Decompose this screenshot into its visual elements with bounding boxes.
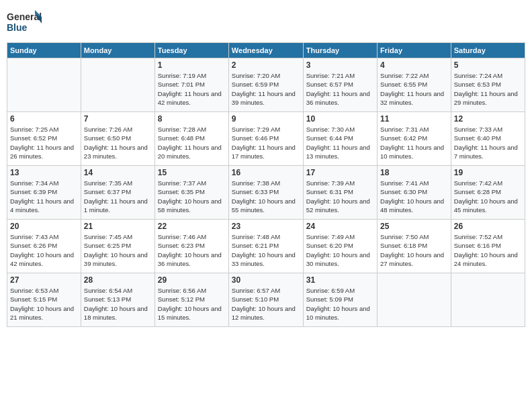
day-info: Sunrise: 7:37 AM Sunset: 6:35 PM Dayligh…: [158, 179, 226, 214]
weekday-header-tuesday: Tuesday: [154, 43, 228, 58]
day-number: 11: [380, 114, 448, 124]
day-info: Sunrise: 7:33 AM Sunset: 6:40 PM Dayligh…: [454, 125, 522, 161]
calendar-cell: 15Sunrise: 7:37 AM Sunset: 6:35 PM Dayli…: [154, 166, 228, 220]
day-info: Sunrise: 7:41 AM Sunset: 6:30 PM Dayligh…: [380, 179, 448, 214]
day-info: Sunrise: 7:29 AM Sunset: 6:46 PM Dayligh…: [232, 125, 300, 161]
calendar-cell: 8Sunrise: 7:28 AM Sunset: 6:48 PM Daylig…: [154, 112, 228, 166]
day-number: 3: [306, 60, 374, 70]
calendar-cell: [81, 58, 154, 112]
day-info: Sunrise: 6:54 AM Sunset: 5:13 PM Dayligh…: [84, 286, 152, 322]
calendar-cell: 26Sunrise: 7:52 AM Sunset: 6:16 PM Dayli…: [451, 220, 525, 273]
day-info: Sunrise: 7:43 AM Sunset: 6:26 PM Dayligh…: [10, 232, 78, 268]
calendar-cell: 20Sunrise: 7:43 AM Sunset: 6:26 PM Dayli…: [7, 220, 81, 273]
day-info: Sunrise: 7:22 AM Sunset: 6:55 PM Dayligh…: [380, 71, 448, 107]
calendar-cell: 9Sunrise: 7:29 AM Sunset: 6:46 PM Daylig…: [228, 112, 303, 166]
day-info: Sunrise: 7:52 AM Sunset: 6:16 PM Dayligh…: [454, 232, 522, 268]
calendar-cell: 30Sunrise: 6:57 AM Sunset: 5:10 PM Dayli…: [228, 273, 303, 327]
weekday-header: SundayMondayTuesdayWednesdayThursdayFrid…: [7, 43, 525, 58]
calendar-cell: 4Sunrise: 7:22 AM Sunset: 6:55 PM Daylig…: [378, 58, 451, 112]
day-info: Sunrise: 6:53 AM Sunset: 5:15 PM Dayligh…: [10, 286, 78, 322]
calendar-cell: 14Sunrise: 7:35 AM Sunset: 6:37 PM Dayli…: [81, 166, 154, 220]
day-number: 14: [84, 168, 152, 177]
weekday-header-wednesday: Wednesday: [228, 43, 303, 58]
day-number: 20: [10, 222, 78, 231]
day-number: 18: [380, 168, 448, 177]
calendar-cell: 3Sunrise: 7:21 AM Sunset: 6:57 PM Daylig…: [303, 58, 377, 112]
calendar-cell: 28Sunrise: 6:54 AM Sunset: 5:13 PM Dayli…: [81, 273, 154, 327]
day-info: Sunrise: 6:59 AM Sunset: 5:09 PM Dayligh…: [306, 286, 374, 322]
calendar-cell: [7, 58, 81, 112]
day-info: Sunrise: 7:26 AM Sunset: 6:50 PM Dayligh…: [84, 125, 152, 161]
day-number: 26: [454, 222, 522, 231]
day-number: 23: [232, 222, 300, 231]
calendar-week-1: 6Sunrise: 7:25 AM Sunset: 6:52 PM Daylig…: [7, 112, 525, 166]
day-info: Sunrise: 7:35 AM Sunset: 6:37 PM Dayligh…: [84, 179, 152, 214]
calendar-cell: 2Sunrise: 7:20 AM Sunset: 6:59 PM Daylig…: [228, 58, 303, 112]
calendar-cell: 22Sunrise: 7:46 AM Sunset: 6:23 PM Dayli…: [154, 220, 228, 273]
day-number: 31: [306, 275, 374, 285]
day-info: Sunrise: 7:25 AM Sunset: 6:52 PM Dayligh…: [10, 125, 78, 161]
day-number: 24: [306, 222, 374, 231]
weekday-header-thursday: Thursday: [303, 43, 377, 58]
weekday-header-friday: Friday: [378, 43, 451, 58]
calendar-week-2: 13Sunrise: 7:34 AM Sunset: 6:39 PM Dayli…: [7, 166, 525, 220]
day-number: 4: [380, 60, 448, 70]
calendar-cell: 19Sunrise: 7:42 AM Sunset: 6:28 PM Dayli…: [451, 166, 525, 220]
day-info: Sunrise: 7:31 AM Sunset: 6:42 PM Dayligh…: [380, 125, 448, 161]
calendar-cell: 17Sunrise: 7:39 AM Sunset: 6:31 PM Dayli…: [303, 166, 377, 220]
calendar-cell: 11Sunrise: 7:31 AM Sunset: 6:42 PM Dayli…: [378, 112, 451, 166]
day-number: 28: [84, 275, 152, 285]
day-info: Sunrise: 7:45 AM Sunset: 6:25 PM Dayligh…: [84, 232, 152, 268]
calendar-cell: 1Sunrise: 7:19 AM Sunset: 7:01 PM Daylig…: [154, 58, 228, 112]
day-number: 13: [10, 168, 78, 177]
day-info: Sunrise: 7:42 AM Sunset: 6:28 PM Dayligh…: [454, 179, 522, 214]
day-number: 12: [454, 114, 522, 124]
day-number: 6: [10, 114, 78, 124]
day-info: Sunrise: 7:49 AM Sunset: 6:20 PM Dayligh…: [306, 232, 374, 268]
day-number: 17: [306, 168, 374, 177]
day-info: Sunrise: 7:24 AM Sunset: 6:53 PM Dayligh…: [454, 71, 522, 107]
day-info: Sunrise: 7:34 AM Sunset: 6:39 PM Dayligh…: [10, 179, 78, 214]
day-number: 8: [158, 114, 226, 124]
calendar-cell: 5Sunrise: 7:24 AM Sunset: 6:53 PM Daylig…: [451, 58, 525, 112]
day-number: 1: [158, 60, 226, 70]
day-number: 25: [380, 222, 448, 231]
calendar-table: SundayMondayTuesdayWednesdayThursdayFrid…: [7, 42, 525, 327]
day-info: Sunrise: 7:21 AM Sunset: 6:57 PM Dayligh…: [306, 71, 374, 107]
page-header: GeneralBlue: [7, 7, 525, 37]
day-info: Sunrise: 7:46 AM Sunset: 6:23 PM Dayligh…: [158, 232, 226, 268]
day-info: Sunrise: 7:19 AM Sunset: 7:01 PM Dayligh…: [158, 71, 226, 107]
day-number: 19: [454, 168, 522, 177]
day-number: 10: [306, 114, 374, 124]
day-info: Sunrise: 7:50 AM Sunset: 6:18 PM Dayligh…: [380, 232, 448, 268]
calendar-cell: [451, 273, 525, 327]
calendar-body: 1Sunrise: 7:19 AM Sunset: 7:01 PM Daylig…: [7, 58, 525, 327]
day-info: Sunrise: 6:56 AM Sunset: 5:12 PM Dayligh…: [158, 286, 226, 322]
calendar-cell: 12Sunrise: 7:33 AM Sunset: 6:40 PM Dayli…: [451, 112, 525, 166]
calendar-cell: 13Sunrise: 7:34 AM Sunset: 6:39 PM Dayli…: [7, 166, 81, 220]
day-number: 7: [84, 114, 152, 124]
day-number: 21: [84, 222, 152, 231]
weekday-header-sunday: Sunday: [7, 43, 81, 58]
calendar-cell: 29Sunrise: 6:56 AM Sunset: 5:12 PM Dayli…: [154, 273, 228, 327]
calendar-cell: 27Sunrise: 6:53 AM Sunset: 5:15 PM Dayli…: [7, 273, 81, 327]
calendar-cell: 23Sunrise: 7:48 AM Sunset: 6:21 PM Dayli…: [228, 220, 303, 273]
calendar-cell: 24Sunrise: 7:49 AM Sunset: 6:20 PM Dayli…: [303, 220, 377, 273]
calendar-cell: 18Sunrise: 7:41 AM Sunset: 6:30 PM Dayli…: [378, 166, 451, 220]
day-info: Sunrise: 7:20 AM Sunset: 6:59 PM Dayligh…: [232, 71, 300, 107]
day-number: 9: [232, 114, 300, 124]
weekday-header-saturday: Saturday: [451, 43, 525, 58]
day-number: 29: [158, 275, 226, 285]
calendar-cell: [378, 273, 451, 327]
logo: GeneralBlue: [7, 7, 44, 37]
calendar-week-3: 20Sunrise: 7:43 AM Sunset: 6:26 PM Dayli…: [7, 220, 525, 273]
day-number: 5: [454, 60, 522, 70]
day-number: 2: [232, 60, 300, 70]
day-info: Sunrise: 7:48 AM Sunset: 6:21 PM Dayligh…: [232, 232, 300, 268]
day-number: 22: [158, 222, 226, 231]
day-number: 30: [232, 275, 300, 285]
calendar-cell: 6Sunrise: 7:25 AM Sunset: 6:52 PM Daylig…: [7, 112, 81, 166]
calendar-cell: 21Sunrise: 7:45 AM Sunset: 6:25 PM Dayli…: [81, 220, 154, 273]
day-info: Sunrise: 7:30 AM Sunset: 6:44 PM Dayligh…: [306, 125, 374, 161]
day-info: Sunrise: 6:57 AM Sunset: 5:10 PM Dayligh…: [232, 286, 300, 322]
